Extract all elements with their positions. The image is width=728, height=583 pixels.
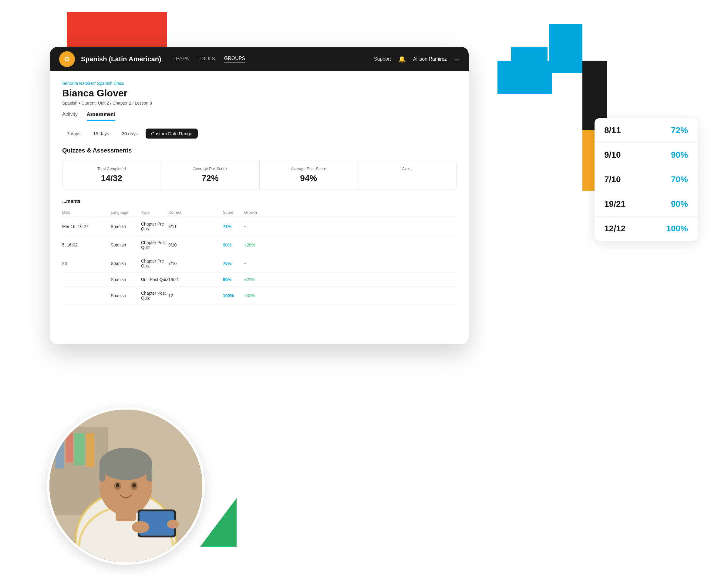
green-triangle-decoration (200, 498, 237, 547)
stat-avg-post: Average Post-Score 94% (260, 160, 358, 189)
tab-activity[interactable]: Activity (62, 111, 78, 121)
row4-score: 90% (223, 277, 244, 282)
col-header-type: Type (141, 210, 168, 215)
score-row-2: 9/10 90% (595, 143, 698, 167)
score-panel: 8/11 72% 9/10 90% 7/10 70% 19/21 90% 12/… (595, 118, 698, 241)
score-percent-1: 72% (671, 126, 688, 135)
score-percent-5: 100% (666, 224, 688, 234)
tab-assessment[interactable]: Assessment (87, 111, 115, 121)
row4-growth: +22% (244, 277, 262, 282)
nav-user-name[interactable]: Allison Ramirez (413, 56, 447, 62)
row1-type: Chapter Pre Quiz (141, 221, 168, 231)
stat-pre-label: Average Pre-Score (168, 166, 252, 171)
hamburger-menu-icon[interactable]: ☰ (454, 55, 460, 63)
nav-learn[interactable]: LEARN (173, 56, 189, 62)
logo: ⚙ (59, 51, 75, 67)
row1-correct: 8/11 (168, 224, 223, 229)
stat-total-completed: Total Completed 14/32 (62, 160, 161, 189)
student-photo (47, 407, 205, 565)
table-row: Spanish Unit Post Quiz 19/21 90% +22% (62, 273, 457, 287)
nav-tools[interactable]: TOOLS (199, 56, 215, 62)
row2-type: Chapter Post Quiz (141, 240, 168, 250)
date-btn-15days[interactable]: 15 days (88, 129, 114, 138)
date-btn-30days[interactable]: 30 days (117, 129, 143, 138)
stat-other-label: Ave... (365, 166, 449, 171)
row3-score: 70% (223, 261, 244, 266)
deco-blue-top (549, 24, 582, 73)
table-section: ...ments Date Language Type Correct Scor… (62, 198, 457, 305)
breadcrumb[interactable]: Señorita Ramirez' Spanish Class (62, 81, 457, 86)
stat-total-label: Total Completed (70, 166, 154, 171)
col-header-score: Score (223, 210, 244, 215)
score-fraction-4: 19/21 (604, 199, 625, 209)
svg-point-12 (100, 448, 152, 480)
row5-growth: +33% (244, 293, 262, 298)
svg-point-22 (167, 520, 179, 528)
table-row: 23 Spanish Chapter Pre Quiz 7/10 70% - (62, 254, 457, 273)
date-btn-7days[interactable]: 7 days (62, 129, 85, 138)
score-percent-4: 90% (671, 199, 688, 209)
row1-language: Spanish (111, 224, 141, 229)
score-fraction-5: 12/12 (604, 224, 625, 234)
row3-growth: - (244, 261, 262, 266)
stat-pre-value: 72% (168, 174, 252, 183)
date-filters: 7 days 15 days 30 days Custom Date Range (62, 129, 457, 138)
photo-placeholder (49, 409, 202, 562)
score-row-5: 12/12 100% (595, 216, 698, 241)
table-row: 5, 16:02 Spanish Chapter Post Quiz 9/10 … (62, 236, 457, 254)
page-content: Señorita Ramirez' Spanish Class Bianca G… (50, 71, 469, 344)
row3-correct: 7/10 (168, 261, 223, 266)
score-row-4: 19/21 90% (595, 192, 698, 216)
svg-point-17 (116, 483, 120, 487)
student-info: Spanish • Current: Unit 2 / Chapter 2 / … (62, 101, 457, 106)
table-section-label: ...ments (62, 198, 457, 204)
score-row-1: 8/11 72% (595, 118, 698, 143)
col-header-language: Language (111, 210, 141, 215)
row5-correct: 12 (168, 293, 223, 298)
person-illustration (49, 407, 202, 565)
table-header: Date Language Type Correct Score Growth (62, 208, 457, 217)
nav-right: Support 🔔 Allison Ramirez ☰ (374, 55, 460, 63)
score-percent-3: 70% (671, 175, 688, 184)
table-row: Spanish Chapter Post Quiz 12 100% +33% (62, 287, 457, 305)
stats-row: Total Completed 14/32 Average Pre-Score … (62, 160, 457, 189)
row5-language: Spanish (111, 293, 141, 298)
student-name: Bianca Glover (62, 88, 457, 99)
row2-language: Spanish (111, 242, 141, 247)
col-header-correct: Correct (168, 210, 223, 215)
row4-language: Spanish (111, 277, 141, 282)
row3-language: Spanish (111, 261, 141, 266)
app-title: Spanish (Latin American) (81, 55, 161, 63)
row1-date: Mar 16, 16:27 (62, 224, 111, 229)
svg-point-21 (132, 521, 149, 533)
nav-support-link[interactable]: Support (374, 56, 391, 62)
date-btn-custom[interactable]: Custom Date Range (146, 129, 198, 138)
stat-avg-pre: Average Pre-Score 72% (161, 160, 260, 189)
row3-type: Chapter Pre Quiz (141, 259, 168, 268)
nav-groups[interactable]: GROUPS (224, 56, 245, 62)
svg-rect-14 (147, 464, 152, 481)
row5-score: 100% (223, 293, 244, 298)
score-fraction-2: 9/10 (604, 150, 621, 160)
stat-post-value: 94% (267, 174, 350, 183)
table-row: Mar 16, 16:27 Spanish Chapter Pre Quiz 8… (62, 217, 457, 236)
score-row-3: 7/10 70% (595, 167, 698, 192)
nav-links: LEARN TOOLS GROUPS (173, 56, 245, 62)
row2-score: 90% (223, 242, 244, 247)
row2-growth: +20% (244, 242, 262, 247)
notification-bell-icon[interactable]: 🔔 (398, 55, 406, 63)
section-title: Quizzes & Assessments (62, 147, 457, 154)
nav-blue-accent (511, 47, 547, 71)
score-percent-2: 90% (671, 150, 688, 160)
stat-total-value: 14/32 (70, 174, 154, 183)
svg-rect-13 (100, 464, 105, 481)
svg-point-18 (132, 483, 136, 487)
tabs: Activity Assessment (62, 111, 457, 121)
stat-avg-other: Ave... (358, 160, 456, 189)
logo-icon: ⚙ (64, 55, 70, 63)
row5-type: Chapter Post Quiz (141, 291, 168, 300)
col-header-date: Date (62, 210, 111, 215)
row1-score: 72% (223, 224, 244, 229)
row4-type: Unit Post Quiz (141, 277, 168, 282)
score-fraction-3: 7/10 (604, 175, 621, 184)
